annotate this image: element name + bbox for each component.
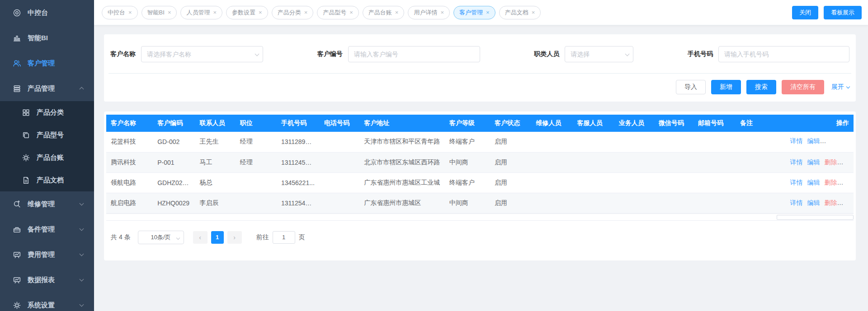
tab-中控台[interactable]: 中控台× bbox=[102, 6, 138, 19]
cell-手机号码: 131128942... bbox=[277, 132, 320, 152]
horizontal-scrollbar[interactable] bbox=[106, 214, 854, 220]
close-icon[interactable]: × bbox=[486, 9, 490, 15]
sidebar-item-备件管理[interactable]: 备件管理 bbox=[0, 217, 94, 242]
cell-邮箱号码 bbox=[693, 132, 736, 152]
sidebar-item-产品管理[interactable]: 产品管理 bbox=[0, 76, 94, 101]
sidebar-item-中控台[interactable]: 中控台 bbox=[0, 0, 94, 25]
close-icon[interactable]: × bbox=[304, 9, 308, 15]
table-header-row: 客户名称客户编码联系人员职位手机号码电话号码客户地址客户等级客户状态维修人员客服… bbox=[106, 115, 854, 132]
tab-产品文档[interactable]: 产品文档× bbox=[499, 6, 541, 19]
row-action-详情[interactable]: 详情 bbox=[790, 199, 803, 206]
sidebar-item-维修管理[interactable]: 维修管理 bbox=[0, 191, 94, 217]
column-header-客户编码: 客户编码 bbox=[153, 115, 195, 132]
row-action-详情[interactable]: 详情 bbox=[790, 137, 803, 144]
current-page-button[interactable]: 1 bbox=[211, 231, 224, 244]
sidebar-item-系统设置[interactable]: 系统设置 bbox=[0, 292, 94, 311]
row-action-删除[interactable]: 删除 bbox=[827, 137, 840, 144]
import-button[interactable]: 导入 bbox=[676, 80, 706, 94]
expand-link[interactable]: 展开 bbox=[831, 83, 849, 91]
page-size-select[interactable]: 10条/页 bbox=[138, 231, 184, 244]
sidebar-item-费用管理[interactable]: 费用管理 bbox=[0, 242, 94, 267]
row-action-删除[interactable]: 删除 bbox=[825, 179, 837, 186]
board-display-button[interactable]: 看板展示 bbox=[824, 6, 862, 19]
row-action-删除[interactable]: 删除 bbox=[825, 158, 837, 166]
tab-产品分类[interactable]: 产品分类× bbox=[272, 6, 314, 19]
sidebar-item-数据报表[interactable]: 数据报表 bbox=[0, 267, 94, 292]
tab-产品台账[interactable]: 产品台账× bbox=[363, 6, 405, 19]
select-field-客户名称[interactable] bbox=[141, 46, 263, 62]
page-size-value: 10条/页 bbox=[151, 233, 171, 241]
cell-备注 bbox=[736, 172, 781, 193]
sidebar-item-label: 产品分类 bbox=[37, 108, 64, 117]
row-action-编辑[interactable]: 编辑 bbox=[807, 179, 820, 186]
cell-客户编码: P-001 bbox=[153, 152, 195, 172]
add-button[interactable]: 新增 bbox=[711, 80, 741, 94]
table-row: 腾讯科技P-001马工经理131124542...北京市市辖区东城区西环路中间商… bbox=[106, 152, 854, 172]
cell-职位: 经理 bbox=[236, 152, 277, 172]
input-field-手机号码[interactable] bbox=[718, 46, 849, 62]
sidebar-subitem-产品文档[interactable]: 产品文档 bbox=[0, 169, 94, 191]
tab-label: 智能BI bbox=[147, 9, 165, 17]
row-action-编辑[interactable]: 编辑 bbox=[807, 158, 820, 166]
row-action-删除[interactable]: 删除 bbox=[825, 199, 837, 206]
row-action-详情[interactable]: 详情 bbox=[790, 158, 803, 166]
close-button[interactable]: 关闭 bbox=[792, 6, 818, 19]
cell-客户状态: 启用 bbox=[490, 132, 531, 152]
row-action-编辑[interactable]: 编辑 bbox=[807, 199, 820, 206]
sidebar-subitem-产品台账[interactable]: 产品台账 bbox=[0, 146, 94, 169]
close-icon[interactable]: × bbox=[395, 9, 399, 15]
close-icon[interactable]: × bbox=[168, 9, 171, 15]
close-icon[interactable]: × bbox=[349, 9, 353, 15]
horizontal-scrollbar-thumb[interactable] bbox=[777, 215, 854, 220]
close-icon[interactable]: × bbox=[259, 9, 262, 15]
content: 客户名称客户编号职类人员手机号码 导入 新增 搜索 清空所有 展开 bbox=[94, 25, 868, 260]
tab-人员管理[interactable]: 人员管理× bbox=[180, 6, 222, 19]
cell-客服人员 bbox=[572, 193, 614, 213]
cell-客户等级: 终端客户 bbox=[445, 172, 490, 193]
tab-用户详情[interactable]: 用户详情× bbox=[408, 6, 450, 19]
select-field-职类人员[interactable] bbox=[565, 46, 633, 62]
cell-客服人员 bbox=[572, 152, 614, 172]
tab-产品型号[interactable]: 产品型号× bbox=[317, 6, 359, 19]
next-page-button[interactable]: › bbox=[227, 231, 242, 244]
cell-客户编码: GD-002 bbox=[153, 132, 195, 152]
cell-客户编码: GDHZ021... bbox=[153, 172, 195, 193]
prev-page-button[interactable]: ‹ bbox=[193, 231, 208, 244]
close-icon[interactable]: × bbox=[440, 9, 444, 15]
goto-suffix-label: 页 bbox=[299, 233, 305, 241]
clear-all-button[interactable]: 清空所有 bbox=[782, 80, 824, 94]
pagination: 共 4 条 10条/页 ‹ 1 › 前往 页 bbox=[106, 231, 854, 244]
column-header-客户地址: 客户地址 bbox=[359, 115, 444, 132]
row-action-详情[interactable]: 详情 bbox=[790, 179, 803, 186]
search-button[interactable]: 搜索 bbox=[746, 80, 776, 94]
cell-维修人员 bbox=[531, 193, 572, 213]
tab-智能BI[interactable]: 智能BI× bbox=[142, 6, 177, 19]
close-icon[interactable]: × bbox=[128, 9, 132, 15]
row-action-禁用[interactable]: 禁用 bbox=[844, 137, 854, 144]
tab-客户管理[interactable]: 客户管理× bbox=[453, 6, 495, 19]
row-action-编辑[interactable]: 编辑 bbox=[807, 137, 820, 144]
document-icon bbox=[22, 176, 30, 185]
total-count-label: 共 4 条 bbox=[111, 233, 131, 241]
column-header-客户名称: 客户名称 bbox=[106, 115, 153, 132]
tab-参数设置[interactable]: 参数设置× bbox=[226, 6, 268, 19]
cell-客户名称: 腾讯科技 bbox=[106, 152, 153, 172]
sidebar-item-客户管理[interactable]: 客户管理 bbox=[0, 51, 94, 76]
tabbar-actions: 关闭 看板展示 bbox=[792, 6, 862, 19]
close-icon[interactable]: × bbox=[213, 9, 217, 15]
filter-group-手机号码: 手机号码 bbox=[688, 46, 849, 62]
column-header-操作: 操作 bbox=[781, 115, 854, 132]
sidebar-subitem-产品分类[interactable]: 产品分类 bbox=[0, 101, 94, 124]
column-header-业务人员: 业务人员 bbox=[614, 115, 654, 132]
cell-客户地址: 天津市市辖区和平区青年路 bbox=[359, 132, 444, 152]
close-icon[interactable]: × bbox=[532, 9, 535, 15]
sidebar-item-智能BI[interactable]: 智能BI bbox=[0, 25, 94, 51]
filter-label: 客户编号 bbox=[317, 50, 343, 58]
goto-page-input[interactable] bbox=[273, 231, 295, 244]
input-field-客户编号[interactable] bbox=[348, 46, 480, 62]
filter-input-手机号码 bbox=[718, 46, 849, 62]
cell-备注 bbox=[736, 193, 781, 213]
cell-电话号码 bbox=[320, 193, 359, 213]
chevron-up-icon bbox=[80, 87, 84, 92]
sidebar-subitem-产品型号[interactable]: 产品型号 bbox=[0, 124, 94, 146]
